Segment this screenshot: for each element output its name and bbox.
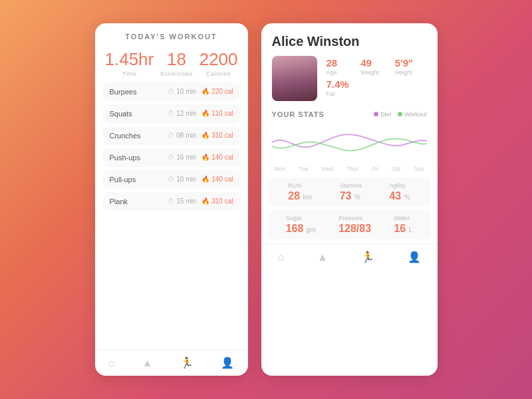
exercise-meta: ⏱ 16 min 🔥 140 cal [168, 154, 233, 161]
exercise-item[interactable]: Pull-ups ⏱ 10 min 🔥 140 cal [103, 170, 240, 189]
exercise-meta: ⏱ 12 min 🔥 110 cal [168, 110, 233, 117]
your-stats-title: YOUR STATS [272, 110, 325, 118]
profile-card: Alice Winston 28 Age 49 Weight 5'9" Heig… [261, 23, 438, 376]
exercise-time: ⏱ 16 min [168, 154, 196, 161]
exercise-name: Squats [110, 110, 148, 118]
chart-legend: Diet Workout [374, 111, 426, 118]
exercise-name: Pull-ups [110, 176, 148, 184]
workout-title: TODAY'S WORKOUT [95, 23, 248, 46]
metric-run: RUN 28 km [288, 182, 312, 202]
stat-time-label: Time [104, 70, 154, 77]
metric-pressure: Pressure 128/83 [338, 215, 371, 235]
flame-icon: 🔥 [201, 88, 209, 95]
exercise-calories: 🔥 310 cal [201, 132, 233, 139]
your-stats-header: YOUR STATS Diet Workout [272, 110, 427, 118]
exercise-item[interactable]: Plank ⏱ 15 min 🔥 310 cal [103, 192, 240, 211]
profile-stats: 28 Age 49 Weight 5'9" Height 7.4% Fat [324, 56, 427, 98]
exercise-time: ⏱ 10 min [168, 88, 196, 95]
exercise-time: ⏱ 10 min [168, 176, 196, 183]
bottom-nav-left: ⌂ ▲ 🏃 👤 [95, 349, 248, 376]
exercise-time: ⏱ 08 min [168, 132, 196, 139]
your-stats-section: YOUR STATS Diet Workout Mon Tue Wed Thur… [261, 106, 438, 174]
exercise-item[interactable]: Crunches ⏱ 08 min 🔥 310 cal [103, 126, 240, 145]
clock-icon: ⏱ [168, 110, 174, 117]
exercise-name: Push-ups [110, 154, 148, 162]
metric-stamina: Stamina 73 % [340, 182, 362, 202]
profile-name: Alice Winston [272, 34, 427, 49]
flame-icon: 🔥 [201, 132, 209, 139]
profile-stat-weight: 49 Weight [358, 56, 392, 77]
profile-stat-age: 28 Age [324, 56, 358, 77]
exercise-calories: 🔥 220 cal [201, 88, 233, 95]
workout-stats: 1.45hr Time 18 Excercises 2200 Calories [95, 46, 248, 78]
clock-icon: ⏱ [168, 88, 174, 95]
nav-user-icon-r[interactable]: 👤 [408, 251, 421, 263]
nav-chart-icon-r[interactable]: ▲ [317, 251, 328, 263]
nav-home-icon[interactable]: ⌂ [108, 357, 115, 369]
profile-stat-fat: 7.4% Fat [324, 77, 358, 98]
exercise-calories: 🔥 140 cal [201, 176, 233, 183]
nav-run-icon[interactable]: 🏃 [180, 356, 194, 369]
bottom-nav-right: ⌂ ▲ 🏃 👤 [261, 243, 438, 270]
exercise-list: Burpees ⏱ 10 min 🔥 220 cal Squats ⏱ 12 m… [95, 78, 248, 349]
chart-days: Mon Tue Wed Thur Fri Sat Sun [272, 166, 427, 172]
metrics-row-2: Sugar 168 gm Pressure 128/83 Water 16 L [268, 210, 431, 239]
stats-chart [272, 121, 427, 164]
exercise-meta: ⏱ 15 min 🔥 310 cal [168, 198, 233, 205]
stat-calories-value: 2200 [200, 50, 238, 69]
exercise-calories: 🔥 140 cal [201, 154, 233, 161]
clock-icon: ⏱ [168, 154, 174, 161]
profile-stat-height: 5'9" Height [392, 56, 427, 77]
exercise-name: Plank [110, 198, 148, 205]
stat-exercises-value: 18 [160, 50, 193, 69]
exercise-item[interactable]: Squats ⏱ 12 min 🔥 110 cal [103, 104, 240, 123]
exercise-time: ⏱ 12 min [168, 110, 196, 117]
nav-home-icon-r[interactable]: ⌂ [277, 251, 284, 263]
profile-info: 28 Age 49 Weight 5'9" Height 7.4% Fat [272, 56, 427, 101]
exercise-meta: ⏱ 10 min 🔥 220 cal [168, 88, 233, 95]
stat-calories-label: Calories [200, 70, 238, 77]
exercise-item[interactable]: Push-ups ⏱ 16 min 🔥 140 cal [103, 148, 240, 167]
metric-water: Water 16 L [394, 215, 412, 235]
clock-icon: ⏱ [168, 198, 174, 205]
exercise-item[interactable]: Burpees ⏱ 10 min 🔥 220 cal [103, 82, 240, 101]
stat-time: 1.45hr Time [104, 50, 154, 77]
metrics-grid: RUN 28 km Stamina 73 % Agility 43 % Suga… [261, 174, 438, 243]
flame-icon: 🔥 [201, 154, 209, 161]
clock-icon: ⏱ [168, 176, 174, 183]
flame-icon: 🔥 [201, 176, 209, 183]
profile-header: Alice Winston 28 Age 49 Weight 5'9" Heig… [261, 23, 438, 106]
stat-time-value: 1.45hr [104, 50, 154, 69]
flame-icon: 🔥 [201, 110, 209, 117]
exercise-time: ⏱ 15 min [168, 198, 196, 205]
exercise-name: Burpees [110, 88, 148, 96]
exercise-calories: 🔥 110 cal [201, 110, 233, 117]
clock-icon: ⏱ [168, 132, 174, 139]
stat-calories: 2200 Calories [200, 50, 238, 77]
nav-chart-icon[interactable]: ▲ [142, 357, 153, 369]
workout-card: TODAY'S WORKOUT 1.45hr Time 18 Excercise… [95, 23, 248, 376]
metric-sugar: Sugar 168 gm [286, 215, 316, 235]
stat-exercises: 18 Excercises [160, 50, 193, 77]
exercise-calories: 🔥 310 cal [201, 198, 233, 205]
legend-diet: Diet [374, 111, 391, 118]
stat-exercises-label: Excercises [160, 70, 193, 77]
profile-photo [272, 56, 317, 101]
nav-run-icon-r[interactable]: 🏃 [361, 251, 374, 263]
flame-icon: 🔥 [201, 198, 209, 205]
legend-workout: Workout [398, 111, 426, 118]
exercise-meta: ⏱ 08 min 🔥 310 cal [168, 132, 233, 139]
nav-user-icon[interactable]: 👤 [221, 356, 234, 369]
profile-photo-inner [272, 56, 317, 101]
exercise-name: Crunches [110, 132, 148, 140]
metric-agility: Agility 43 % [389, 182, 410, 202]
exercise-meta: ⏱ 10 min 🔥 140 cal [168, 176, 233, 183]
metrics-row-1: RUN 28 km Stamina 73 % Agility 43 % [268, 178, 431, 207]
